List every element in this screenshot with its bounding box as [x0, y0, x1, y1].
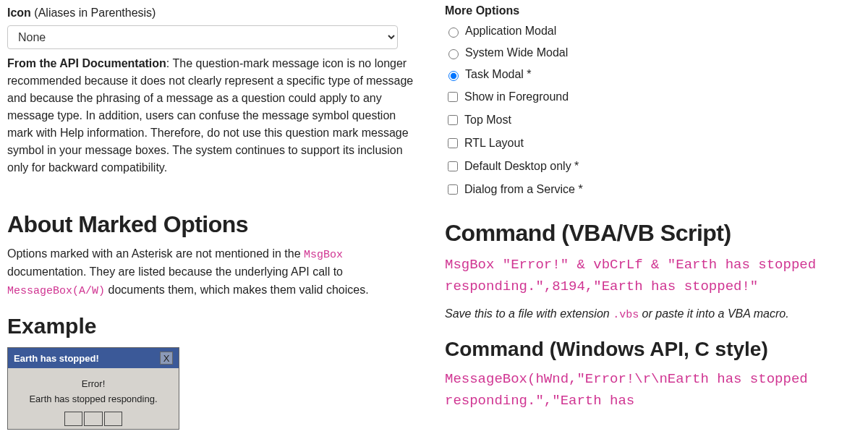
- code-messagebox: MessageBox(A/W): [7, 285, 105, 297]
- option-checkbox[interactable]: [448, 92, 458, 102]
- example-messagebox: Earth has stopped! X Error! Earth has st…: [7, 347, 179, 430]
- icon-field-label: Icon (Aliases in Parenthesis): [7, 4, 423, 22]
- option-radio[interactable]: [448, 27, 459, 38]
- command-c-heading: Command (Windows API, C style): [445, 338, 861, 361]
- icon-select[interactable]: None: [7, 25, 398, 49]
- code-msgbox: MsgBox: [304, 249, 343, 261]
- messagebox-buttons: [15, 407, 171, 426]
- option-row: Show in Foreground: [445, 85, 861, 109]
- messagebox-button[interactable]: [84, 412, 102, 426]
- command-vba-code: MsgBox "Error!" & vbCrLf & "Earth has st…: [445, 254, 861, 298]
- option-label[interactable]: Application Modal: [465, 25, 556, 38]
- option-label[interactable]: Task Modal *: [465, 68, 532, 81]
- option-label[interactable]: Default Desktop only *: [464, 160, 579, 173]
- option-checkbox[interactable]: [448, 161, 458, 171]
- option-label[interactable]: Show in Foreground: [464, 90, 569, 103]
- option-label[interactable]: Top Most: [464, 114, 511, 127]
- messagebox-titlebar: Earth has stopped! X: [8, 348, 179, 368]
- messagebox-body: Error! Earth has stopped responding.: [8, 368, 179, 429]
- more-options-label: More Options: [445, 4, 861, 17]
- option-row: Application Modal: [445, 20, 861, 42]
- option-label[interactable]: System Wide Modal: [465, 46, 568, 59]
- messagebox-line2: Earth has stopped responding.: [15, 392, 171, 407]
- messagebox-button[interactable]: [104, 412, 122, 426]
- option-label[interactable]: RTL Layout: [464, 137, 524, 150]
- option-row: Dialog from a Service *: [445, 178, 861, 201]
- right-column: More Options Application ModalSystem Wid…: [445, 4, 861, 430]
- option-row: RTL Layout: [445, 132, 861, 155]
- option-radio[interactable]: [448, 71, 459, 81]
- about-marked-paragraph: Options marked with an Asterisk are not …: [7, 245, 423, 299]
- command-c-code: MessageBox(hWnd,"Error!\r\nEarth has sto…: [445, 368, 861, 412]
- option-row: Task Modal *: [445, 64, 861, 85]
- option-label[interactable]: Dialog from a Service *: [464, 183, 583, 196]
- example-heading: Example: [7, 314, 423, 339]
- messagebox-line1: Error!: [15, 377, 171, 392]
- left-column: Icon (Aliases in Parenthesis) None From …: [7, 4, 423, 430]
- option-row: Top Most: [445, 109, 861, 132]
- option-row: System Wide Modal: [445, 42, 861, 64]
- option-checkbox[interactable]: [448, 115, 458, 125]
- more-options-group: Application ModalSystem Wide ModalTask M…: [445, 20, 861, 201]
- command-vba-heading: Command (VBA/VB Script): [445, 220, 861, 247]
- close-icon[interactable]: X: [160, 352, 173, 365]
- option-row: Default Desktop only *: [445, 155, 861, 178]
- option-radio[interactable]: [448, 49, 459, 59]
- code-vbs-ext: .vbs: [613, 309, 639, 321]
- messagebox-button[interactable]: [64, 412, 82, 426]
- about-marked-heading: About Marked Options: [7, 211, 423, 238]
- messagebox-title: Earth has stopped!: [14, 353, 99, 364]
- option-checkbox[interactable]: [448, 138, 458, 148]
- save-note: Save this to a file with extension .vbs …: [445, 305, 861, 323]
- api-doc-note: From the API Documentation: The question…: [7, 55, 423, 176]
- option-checkbox[interactable]: [448, 184, 458, 195]
